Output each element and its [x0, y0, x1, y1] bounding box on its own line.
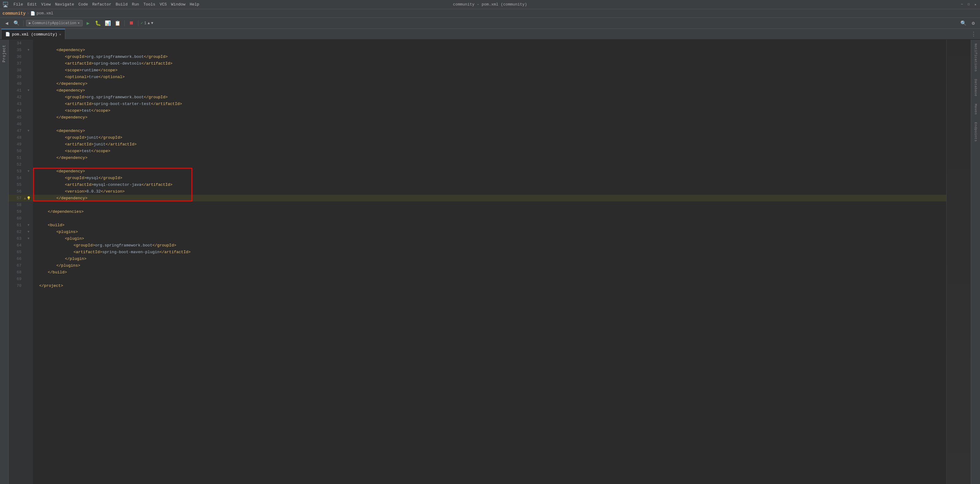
code-line-43: <artifactId>spring-boot-starter-test</ar… — [33, 100, 946, 107]
menu-file[interactable]: File — [13, 2, 23, 7]
tag-name-35: dependency — [59, 48, 83, 52]
profile-button[interactable]: 📊 — [103, 19, 112, 27]
menu-help[interactable]: Help — [189, 2, 199, 7]
code-line-55: <artifactId>mysql-connector-java</artifa… — [33, 181, 946, 188]
code-line-57: </dependency> — [33, 195, 946, 202]
code-line-51: </dependency> — [33, 154, 946, 161]
sidebar-notifications[interactable]: Notifications — [974, 40, 978, 75]
title-bar: 🖥️ File Edit View Navigate Code Refactor… — [0, 0, 980, 9]
line-num-47: 47 ▼ — [9, 127, 33, 134]
menu-build[interactable]: Build — [116, 2, 128, 7]
toolbar-separator-3 — [138, 20, 138, 26]
code-line-61: <build> — [33, 222, 946, 229]
menu-code[interactable]: Code — [78, 2, 88, 7]
code-line-60 — [33, 215, 946, 222]
line-num-41: 41 ▼ — [9, 87, 33, 94]
window-controls[interactable]: ─ □ ✕ — [960, 2, 978, 7]
code-line-41: <dependency> — [33, 87, 946, 94]
fold-icon-47[interactable]: ▼ — [27, 129, 29, 133]
line-num-69: 69 — [9, 276, 33, 282]
search-button[interactable]: 🔍 — [959, 19, 968, 27]
fold-icon-35[interactable]: ▼ — [27, 48, 29, 52]
code-text-area[interactable]: <dependency> <groupId>org.springframewor… — [33, 40, 946, 484]
breadcrumb-file: pom.xml — [37, 11, 53, 16]
code-line-39: <optional>true</optional> — [33, 73, 946, 80]
run-config-selector[interactable]: ▶ CommunityApplication ▾ — [26, 20, 83, 26]
code-line-66: </plugin> — [33, 255, 946, 262]
menu-tools[interactable]: Tools — [143, 2, 155, 7]
code-line-52 — [33, 161, 946, 168]
code-line-70: </project> — [33, 282, 946, 289]
tab-more-button[interactable]: ⋮ — [971, 31, 980, 37]
line-num-55: 55 — [9, 181, 33, 188]
right-sidebar: Notifications Database Maven Endpoints — [971, 40, 980, 484]
line-num-46: 46 — [9, 121, 33, 127]
line-num-36: 36 — [9, 53, 33, 60]
code-line-54: <groupId>mysql</groupId> — [33, 175, 946, 181]
line-num-49: 49 — [9, 141, 33, 148]
line-num-63: 63 ▼ — [9, 235, 33, 242]
minimap[interactable] — [946, 40, 971, 484]
close-button[interactable]: ✕ — [973, 2, 978, 7]
sidebar-endpoints[interactable]: Endpoints — [974, 119, 978, 145]
back-button[interactable]: ◀ — [2, 19, 11, 27]
line-num-35: 35 ▼ — [9, 46, 33, 53]
code-line-69 — [33, 276, 946, 282]
line-num-70: 70 — [9, 282, 33, 289]
fold-icon-61[interactable]: ▼ — [27, 224, 29, 227]
error-indicator[interactable]: ✓ 1 ▲ ▼ — [141, 21, 153, 25]
menu-view[interactable]: View — [41, 2, 51, 7]
line-num-40: 40 — [9, 80, 33, 87]
code-line-59: </dependencies> — [33, 208, 946, 215]
run-button[interactable]: ▶ — [84, 19, 92, 27]
code-line-47: <dependency> — [33, 127, 946, 134]
code-line-49: <artifactId>junit</artifactId> — [33, 141, 946, 148]
error-count: 1 — [144, 21, 146, 25]
fold-icon-41[interactable]: ▼ — [27, 89, 29, 92]
warning-icon-57: ⚠ — [24, 196, 26, 200]
settings-button[interactable]: ⚙ — [969, 19, 978, 27]
toolbar-separator-1 — [23, 20, 24, 26]
code-content[interactable]: 34 35 ▼ 36 37 — [9, 40, 971, 484]
tag-close-35: > — [83, 48, 85, 52]
menu-run[interactable]: Run — [132, 2, 139, 7]
fold-icon-53[interactable]: ▼ — [27, 170, 29, 173]
sidebar-item-project[interactable]: Project — [2, 42, 6, 65]
toolbar: ◀ 🔍 ▶ CommunityApplication ▾ ▶ 🐛 📊 📋 ⏹ ✓… — [0, 18, 980, 29]
line-num-59: 59 — [9, 208, 33, 215]
tab-close-button[interactable]: ✕ — [59, 32, 61, 36]
menu-vcs[interactable]: VCS — [159, 2, 167, 7]
sidebar-database[interactable]: Database — [974, 75, 978, 100]
project-name: community — [2, 11, 26, 16]
maximize-button[interactable]: □ — [967, 2, 971, 7]
code-line-36: <groupId>org.springframework.boot</group… — [33, 53, 946, 60]
line-num-60: 60 — [9, 215, 33, 222]
menu-refactor[interactable]: Refactor — [92, 2, 111, 7]
menu-window[interactable]: Window — [171, 2, 186, 7]
line-num-68: 68 — [9, 269, 33, 276]
coverage-button[interactable]: 📋 — [113, 19, 122, 27]
code-line-38: <scope>runtime</scope> — [33, 67, 946, 73]
menu-edit[interactable]: Edit — [27, 2, 37, 7]
editor-area: 34 35 ▼ 36 37 — [9, 40, 971, 484]
line-num-64: 64 — [9, 242, 33, 249]
fold-icon-62[interactable]: ▼ — [27, 230, 29, 233]
minimize-button[interactable]: ─ — [960, 2, 964, 7]
run-config-chevron[interactable]: ▾ — [78, 21, 80, 25]
forward-button[interactable]: 🔍 — [12, 19, 21, 27]
debug-button[interactable]: 🐛 — [94, 19, 102, 27]
stop-button[interactable]: ⏹ — [127, 19, 136, 27]
line-num-51: 51 — [9, 154, 33, 161]
code-line-50: <scope>test</scope> — [33, 148, 946, 154]
menu-bar[interactable]: File Edit View Navigate Code Refactor Bu… — [13, 2, 199, 7]
line-num-38: 38 — [9, 67, 33, 73]
tab-file-icon: 📄 — [5, 32, 10, 37]
line-num-50: 50 — [9, 148, 33, 154]
line-num-37: 37 — [9, 60, 33, 67]
menu-navigate[interactable]: Navigate — [55, 2, 74, 7]
project-bar: community › 📄 pom.xml — [0, 9, 980, 18]
tab-pom-xml[interactable]: 📄 pom.xml (community) ✕ — [1, 29, 65, 39]
info-icon-57: 💡 — [27, 196, 31, 200]
sidebar-maven[interactable]: Maven — [974, 100, 978, 119]
fold-icon-63[interactable]: ▼ — [27, 237, 29, 240]
